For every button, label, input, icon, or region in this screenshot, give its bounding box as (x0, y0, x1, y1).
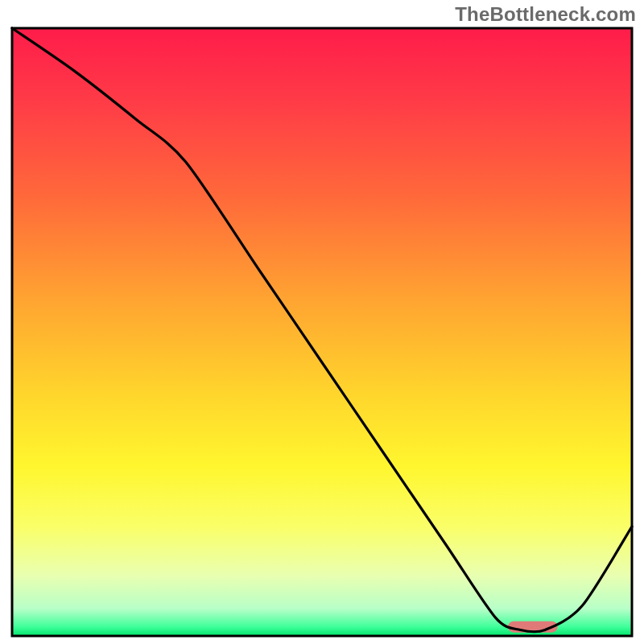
chart-container: TheBottleneck.com (0, 0, 644, 644)
bottleneck-chart (0, 0, 644, 644)
watermark-text: TheBottleneck.com (455, 3, 636, 26)
plot-background (12, 28, 632, 636)
